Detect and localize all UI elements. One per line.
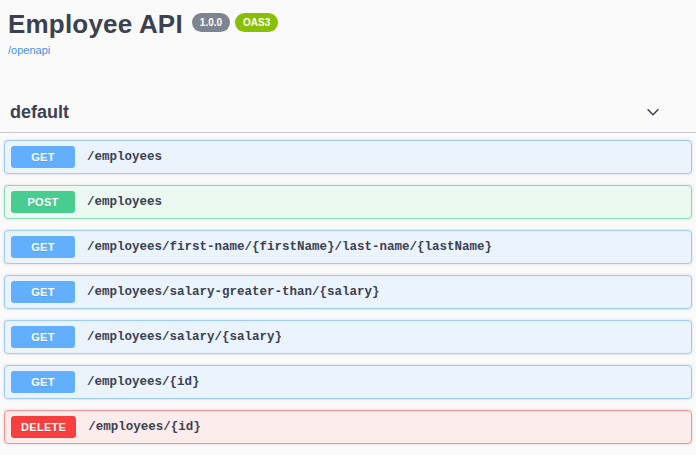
title-line: Employee API 1.0.0 OAS3 [8, 10, 688, 40]
operation-path: /employees/{id} [87, 375, 200, 389]
api-info: Employee API 1.0.0 OAS3 /openapi [0, 0, 696, 58]
method-badge: DELETE [11, 416, 76, 438]
method-badge: GET [11, 326, 75, 348]
operation-row[interactable]: GET /employees/salary-greater-than/{sala… [4, 275, 692, 309]
operation-path: /employees [87, 195, 162, 209]
operation-row[interactable]: GET /employees/first-name/{firstName}/la… [4, 230, 692, 264]
method-badge: GET [11, 371, 75, 393]
operation-path: /employees [87, 150, 162, 164]
operation-path: /employees/{id} [88, 420, 201, 434]
operation-path: /employees/first-name/{firstName}/last-n… [87, 240, 492, 254]
section-default-header[interactable]: default [0, 98, 696, 133]
method-badge: GET [11, 146, 75, 168]
operation-row[interactable]: GET /employees/{id} [4, 365, 692, 399]
title-badges: 1.0.0 OAS3 [192, 13, 278, 32]
version-badge: 1.0.0 [192, 13, 230, 32]
section-title: default [10, 102, 69, 123]
operation-row[interactable]: DELETE /employees/{id} [4, 410, 692, 444]
operation-path: /employees/salary-greater-than/{salary} [87, 285, 380, 299]
operation-row[interactable]: POST /employees [4, 185, 692, 219]
page-title: Employee API [8, 10, 183, 40]
operation-row[interactable]: GET /employees/salary/{salary} [4, 320, 692, 354]
operation-path: /employees/salary/{salary} [87, 330, 282, 344]
openapi-link[interactable]: /openapi [8, 44, 50, 56]
method-badge: GET [11, 236, 75, 258]
operation-row[interactable]: GET /employees [4, 140, 692, 174]
method-badge: GET [11, 281, 75, 303]
chevron-down-icon [644, 103, 662, 121]
oas-badge: OAS3 [235, 13, 278, 32]
collapse-toggle-button[interactable] [644, 103, 662, 121]
method-badge: POST [11, 191, 75, 213]
operations-list: GET /employees POST /employees GET /empl… [0, 133, 696, 444]
